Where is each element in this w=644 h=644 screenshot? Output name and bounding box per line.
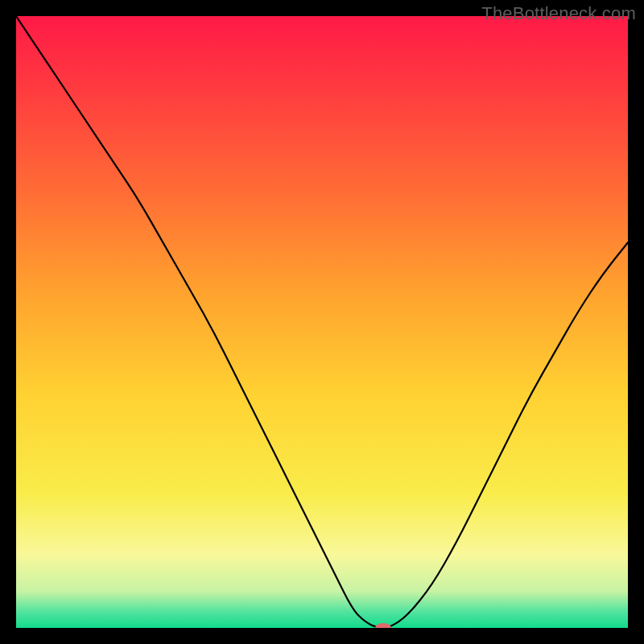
watermark-text: TheBottleneck.com	[481, 3, 636, 24]
bottleneck-chart	[16, 16, 628, 628]
chart-container: TheBottleneck.com	[0, 0, 644, 644]
chart-background	[16, 16, 628, 628]
plot-frame	[16, 16, 628, 628]
